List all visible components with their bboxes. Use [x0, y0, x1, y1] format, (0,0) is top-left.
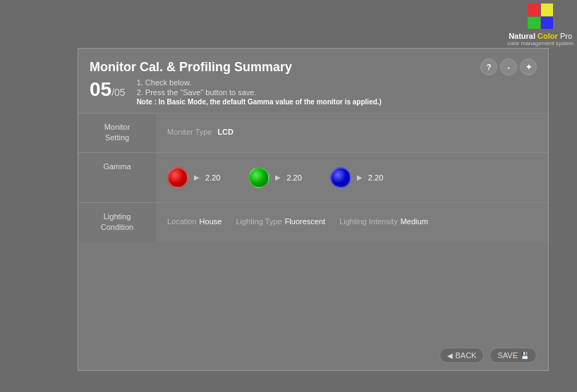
sections-wrapper: MonitorSetting Moniter Type LCD Gamma ▶ …: [78, 114, 548, 242]
gamma-red: ▶ 2.20: [167, 167, 220, 188]
section-label-lighting: LightingCondition: [78, 203, 156, 242]
monitor-type-row: Moniter Type LCD: [167, 122, 537, 142]
monitor-type-value: LCD: [217, 128, 233, 136]
step-display: 05/05: [90, 78, 126, 101]
gamma-blue: ▶ 2.20: [330, 167, 383, 188]
gamma-green: ▶ 2.20: [248, 167, 301, 188]
location-label: Location: [167, 217, 197, 226]
instruction-1: 1. Check below.: [137, 78, 382, 87]
back-button[interactable]: ◀ BACK: [439, 348, 485, 363]
header-area: Monitor Cal. & Profiling Summary ? - ✦ 0…: [78, 49, 548, 114]
section-monitor-setting: MonitorSetting Moniter Type LCD: [78, 114, 548, 153]
logo-sq-yellow: [541, 4, 554, 16]
location-value: House: [200, 217, 222, 226]
logo-text: Natural Color Pro: [509, 32, 572, 40]
step-row: 05/05 1. Check below. 2. Press the "Save…: [90, 78, 537, 107]
settings-button[interactable]: ✦: [520, 59, 537, 75]
note-label: Note :: [137, 98, 157, 106]
logo-area: Natural Color Pro color management syste…: [507, 4, 573, 47]
gamma-circle-blue: [330, 167, 351, 188]
gamma-circle-green: [248, 167, 269, 188]
step-current: 05: [90, 78, 111, 100]
gamma-value-red: 2.20: [205, 173, 220, 182]
save-button[interactable]: SAVE 💾: [490, 348, 537, 363]
page-title: Monitor Cal. & Profiling Summary: [90, 60, 292, 75]
section-content-lighting: Location House Lighting Type Fluorescent…: [156, 203, 548, 242]
minimize-button[interactable]: -: [500, 59, 517, 75]
main-panel: Monitor Cal. & Profiling Summary ? - ✦ 0…: [78, 48, 549, 371]
title-row: Monitor Cal. & Profiling Summary ? - ✦: [90, 59, 537, 75]
section-label-monitor: MonitorSetting: [78, 114, 156, 152]
logo-sq-green: [528, 17, 540, 30]
monitor-type-label: Moniter Type: [167, 128, 212, 136]
instructions: 1. Check below. 2. Press the "Save" butt…: [137, 78, 382, 107]
instruction-2: 2. Press the "Save" button to save.: [137, 88, 382, 97]
logo-color: Color: [535, 32, 558, 40]
section-content-gamma: ▶ 2.20 ▶ 2.20 ▶ 2.20: [156, 153, 548, 202]
logo-subtitle: color management system: [507, 40, 573, 47]
note-text: In Basic Mode, the default Gamma value o…: [157, 98, 382, 106]
help-button[interactable]: ?: [480, 59, 497, 75]
logo-icon: [528, 4, 553, 29]
gamma-arrow-blue: ▶: [357, 173, 363, 181]
gamma-value-blue: 2.20: [368, 173, 383, 182]
gamma-value-green: 2.20: [286, 173, 301, 182]
note: Note : In Basic Mode, the default Gamma …: [137, 98, 382, 106]
section-content-monitor: Moniter Type LCD: [156, 114, 548, 152]
gamma-arrow-red: ▶: [194, 173, 200, 181]
lighting-intensity-value: Medium: [401, 217, 428, 226]
lighting-type-value: Fluorescent: [285, 217, 325, 226]
lighting-row: Location House Lighting Type Fluorescent…: [167, 212, 537, 231]
gamma-circle-red: [167, 167, 188, 188]
save-icon: 💾: [521, 352, 529, 360]
logo-natural: Natural: [509, 32, 535, 40]
gamma-content: ▶ 2.20 ▶ 2.20 ▶ 2.20: [167, 161, 537, 194]
back-label: BACK: [456, 351, 477, 360]
lighting-intensity-label: Lighting Intensity: [339, 217, 398, 226]
section-label-gamma: Gamma: [78, 153, 156, 202]
step-total: /05: [111, 87, 125, 98]
logo-sq-blue: [541, 17, 554, 30]
footer-area: ◀ BACK SAVE 💾: [439, 348, 537, 363]
logo-pro: Pro: [558, 32, 572, 40]
lighting-type-label: Lighting Type: [236, 217, 281, 226]
save-label: SAVE: [497, 351, 518, 360]
section-lighting: LightingCondition Location House Lightin…: [78, 203, 548, 242]
section-gamma: Gamma ▶ 2.20 ▶ 2.20 ▶: [78, 153, 548, 203]
logo-sq-red: [528, 4, 540, 16]
back-icon: ◀: [447, 352, 453, 360]
gamma-arrow-green: ▶: [275, 173, 281, 181]
header-buttons: ? - ✦: [480, 59, 537, 75]
